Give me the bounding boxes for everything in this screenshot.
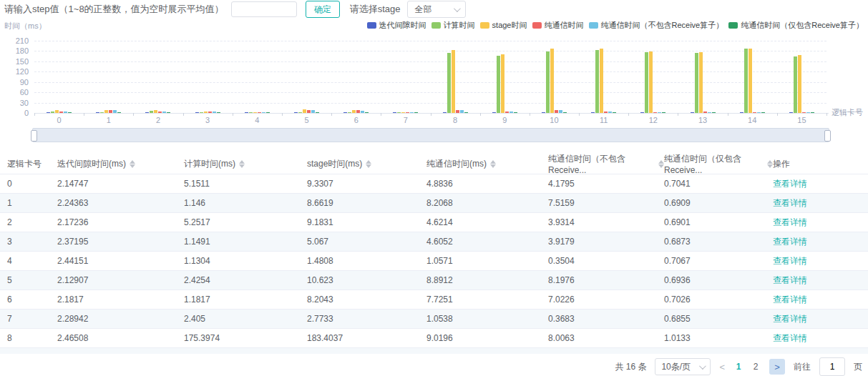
table-row: 02.147475.15119.33074.88364.17950.7041查看… xyxy=(0,174,868,194)
legend-swatch-icon xyxy=(480,22,489,29)
bar xyxy=(113,110,117,113)
legend-item[interactable]: 纯通信时间（仅包含Receive算子） xyxy=(728,20,864,31)
bar xyxy=(195,112,199,113)
next-page-button[interactable]: > xyxy=(769,359,785,375)
datazoom-left-handle[interactable] xyxy=(31,130,37,142)
bar xyxy=(542,112,545,113)
sort-icons[interactable] xyxy=(490,160,496,168)
page-number-2[interactable]: 2 xyxy=(752,362,759,372)
legend-label: 纯通信时间（仅包含Receive算子） xyxy=(741,20,864,31)
bar xyxy=(798,55,801,113)
sort-descending-icon[interactable] xyxy=(767,164,773,168)
legend-item[interactable]: stage时间 xyxy=(480,20,527,31)
axis-tick-mark xyxy=(282,113,283,116)
x-axis-title: 逻辑卡号 xyxy=(832,107,863,118)
table-cell: 9.3307 xyxy=(307,179,426,189)
prev-page-button[interactable]: < xyxy=(719,362,725,372)
view-details-link[interactable]: 查看详情 xyxy=(773,314,807,324)
sort-descending-icon[interactable] xyxy=(130,164,135,168)
page-number-1[interactable]: 1 xyxy=(735,362,742,372)
bar xyxy=(708,112,711,113)
bar xyxy=(649,51,653,113)
page-size-select[interactable]: 10条/页 xyxy=(655,358,711,375)
table-row: 82.46508175.3974183.40379.01968.00631.01… xyxy=(0,329,868,348)
view-details-link[interactable]: 查看详情 xyxy=(773,333,807,343)
view-details-link[interactable]: 查看详情 xyxy=(773,275,807,285)
table-cell: 2.12907 xyxy=(57,275,184,285)
bar xyxy=(740,112,743,113)
legend-swatch-icon xyxy=(589,22,598,29)
total-count-label: 共 16 条 xyxy=(615,361,646,373)
bar xyxy=(96,112,99,113)
sort-icons[interactable] xyxy=(239,160,245,168)
view-details-link[interactable]: 查看详情 xyxy=(773,217,807,227)
sort-icons[interactable] xyxy=(767,160,773,168)
bar xyxy=(662,112,665,113)
view-details-link[interactable]: 查看详情 xyxy=(773,256,807,266)
sort-descending-icon[interactable] xyxy=(490,164,496,168)
table-cell: 7.7251 xyxy=(426,295,548,305)
view-details-link[interactable]: 查看详情 xyxy=(773,179,807,189)
bar xyxy=(509,112,513,113)
bar xyxy=(555,110,558,113)
legend-item[interactable]: 纯通信时间 xyxy=(532,20,584,31)
datazoom-right-handle[interactable] xyxy=(824,130,831,142)
sort-ascending-icon[interactable] xyxy=(490,160,496,164)
sort-ascending-icon[interactable] xyxy=(767,160,773,164)
chevron-down-icon xyxy=(699,362,706,370)
legend-item[interactable]: 迭代间隙时间 xyxy=(367,20,426,31)
table-header-cell[interactable]: 计算时间(ms) xyxy=(184,158,307,170)
view-details-link[interactable]: 查看详情 xyxy=(773,198,807,208)
sort-descending-icon[interactable] xyxy=(658,164,664,168)
table-header-cell[interactable]: 迭代间隙时间(ms) xyxy=(57,158,184,170)
axis-tick-mark xyxy=(777,113,778,116)
bar xyxy=(100,112,104,113)
legend-item[interactable]: 纯通信时间（不包含Receive算子） xyxy=(589,20,724,31)
table-cell: 4.6214 xyxy=(426,217,548,227)
sort-icons[interactable] xyxy=(366,160,371,168)
table-cell: 0.6901 xyxy=(664,217,773,227)
sort-ascending-icon[interactable] xyxy=(366,160,371,164)
sort-icons[interactable] xyxy=(130,160,135,168)
bar xyxy=(294,112,298,113)
view-details-link[interactable]: 查看详情 xyxy=(773,237,807,247)
table-cell-action: 查看详情 xyxy=(773,236,868,248)
table-cell: 0.3683 xyxy=(548,314,664,324)
stage-select[interactable]: 全部 xyxy=(407,1,466,18)
table-header-cell[interactable]: stage时间(ms) xyxy=(307,158,426,170)
table-cell: 175.3974 xyxy=(184,333,307,343)
y-tick-label: 150 xyxy=(0,57,29,66)
sort-descending-icon[interactable] xyxy=(366,164,371,168)
sort-ascending-icon[interactable] xyxy=(239,160,245,164)
bar xyxy=(352,110,356,113)
table-cell: 8.6619 xyxy=(307,198,426,208)
y-tick-label: 90 xyxy=(0,78,29,86)
axis-tick-mark xyxy=(381,113,381,116)
step-input[interactable] xyxy=(231,1,297,17)
gridline xyxy=(34,103,826,104)
goto-page-input[interactable] xyxy=(819,357,845,376)
table-cell: 2.44151 xyxy=(57,256,184,266)
sort-descending-icon[interactable] xyxy=(239,164,245,168)
table-cell-action: 查看详情 xyxy=(773,313,868,325)
view-details-link[interactable]: 查看详情 xyxy=(773,295,807,305)
table-header-cell[interactable]: 纯通信时间（不包含Receive... xyxy=(548,153,664,175)
x-tick-label: 8 xyxy=(453,116,457,124)
sort-ascending-icon[interactable] xyxy=(130,160,135,164)
table-cell: 3 xyxy=(7,237,57,247)
bar xyxy=(104,110,108,113)
bar xyxy=(204,112,208,113)
axis-tick-mark xyxy=(133,113,134,116)
x-tick-label: 12 xyxy=(649,116,658,124)
column-title: 操作 xyxy=(773,158,790,170)
legend-item[interactable]: 计算时间 xyxy=(431,20,475,31)
confirm-button[interactable]: 确定 xyxy=(306,1,340,18)
axis-tick-mark xyxy=(84,113,84,116)
sort-icons[interactable] xyxy=(658,160,664,168)
x-tick-label: 6 xyxy=(354,116,359,124)
table-header-cell[interactable]: 纯通信时间（仅包含Receive... xyxy=(664,153,773,175)
table-header-cell[interactable]: 纯通信时间(ms) xyxy=(426,158,548,170)
sort-ascending-icon[interactable] xyxy=(658,160,664,164)
datazoom-slider[interactable] xyxy=(32,128,829,142)
x-tick-label: 15 xyxy=(797,116,806,124)
